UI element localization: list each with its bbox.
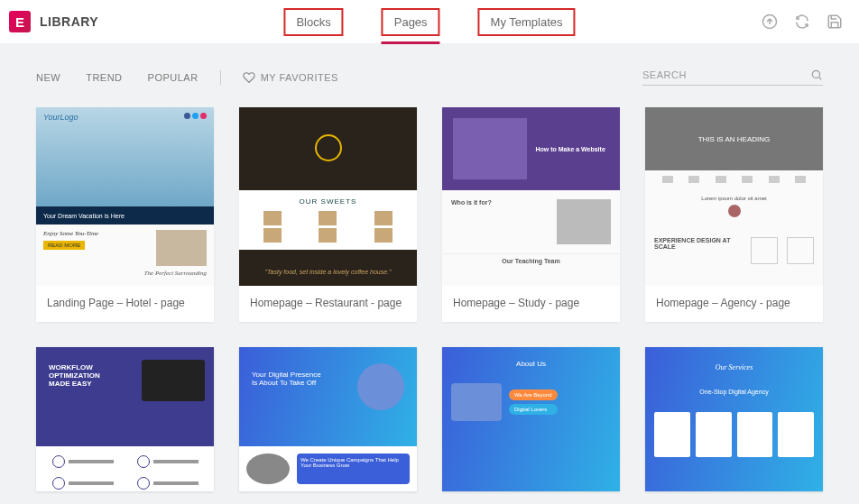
template-thumbnail: PRO About Us We Are BeyondDigital Lovers — [442, 347, 620, 491]
template-card[interactable]: PRO About Us We Are BeyondDigital Lovers — [442, 347, 620, 491]
template-card[interactable]: PRO Our ServicesOne-Stop Digital Agency — [645, 347, 823, 491]
template-card[interactable]: THIS IS AN HEADING Lorem ipsum dolor sit… — [645, 107, 823, 322]
template-card[interactable]: YourLogo Your Dream Vacation is Here Enj… — [36, 107, 214, 322]
filter-popular[interactable]: POPULAR — [148, 72, 199, 83]
import-icon[interactable] — [762, 14, 778, 30]
logo: E LIBRARY — [9, 11, 98, 32]
template-thumbnail: PRO Our ServicesOne-Stop Digital Agency — [645, 347, 823, 491]
header: E LIBRARY Blocks Pages My Templates — [0, 0, 859, 43]
template-thumbnail: PRO Your Digital Presence Is About To Ta… — [239, 347, 417, 491]
tab-blocks[interactable]: Blocks — [283, 8, 343, 36]
template-card[interactable]: WORKFLOW OPTIMIZATION MADE EASY CHOOSE T… — [36, 347, 214, 491]
template-grid: YourLogo Your Dream Vacation is Here Enj… — [0, 98, 859, 491]
heart-icon — [243, 71, 255, 84]
filter-favorites[interactable]: MY FAVORITES — [243, 71, 338, 84]
library-title: LIBRARY — [40, 14, 98, 29]
library-tabs: Blocks Pages My Templates — [283, 0, 575, 43]
separator — [220, 70, 221, 85]
filter-list: NEW TREND POPULAR — [36, 72, 199, 83]
sync-icon[interactable] — [794, 14, 810, 30]
template-thumbnail: THIS IS AN HEADING Lorem ipsum dolor sit… — [645, 107, 823, 286]
elementor-icon: E — [9, 11, 31, 32]
template-card[interactable]: How to Make a Website Who is it for? Our… — [442, 107, 620, 322]
save-icon[interactable] — [827, 14, 843, 30]
template-title: Homepage – Agency - page — [645, 286, 823, 322]
template-card[interactable]: PRO Your Digital Presence Is About To Ta… — [239, 347, 417, 491]
header-actions — [762, 14, 843, 30]
favorites-label: MY FAVORITES — [261, 72, 338, 83]
filter-trend[interactable]: TREND — [86, 72, 122, 83]
template-title: Landing Page – Hotel - page — [36, 286, 214, 322]
template-title: Homepage – Restaurant - page — [239, 286, 417, 322]
template-thumbnail: How to Make a Website Who is it for? Our… — [442, 107, 620, 286]
template-title: Homepage – Study - page — [442, 286, 620, 322]
template-thumbnail: OUR SWEETS "Tasty food, set inside a lov… — [239, 107, 417, 286]
template-thumbnail: WORKFLOW OPTIMIZATION MADE EASY CHOOSE T… — [36, 347, 214, 491]
search-input[interactable] — [642, 69, 810, 80]
svg-point-1 — [812, 70, 819, 78]
tab-pages[interactable]: Pages — [382, 8, 440, 36]
search-icon — [810, 69, 823, 81]
tab-my-templates[interactable]: My Templates — [478, 8, 576, 36]
filter-bar: NEW TREND POPULAR MY FAVORITES — [0, 43, 859, 98]
template-thumbnail: YourLogo Your Dream Vacation is Here Enj… — [36, 107, 214, 286]
template-card[interactable]: OUR SWEETS "Tasty food, set inside a lov… — [239, 107, 417, 322]
filter-new[interactable]: NEW — [36, 72, 60, 83]
search[interactable] — [642, 69, 823, 86]
